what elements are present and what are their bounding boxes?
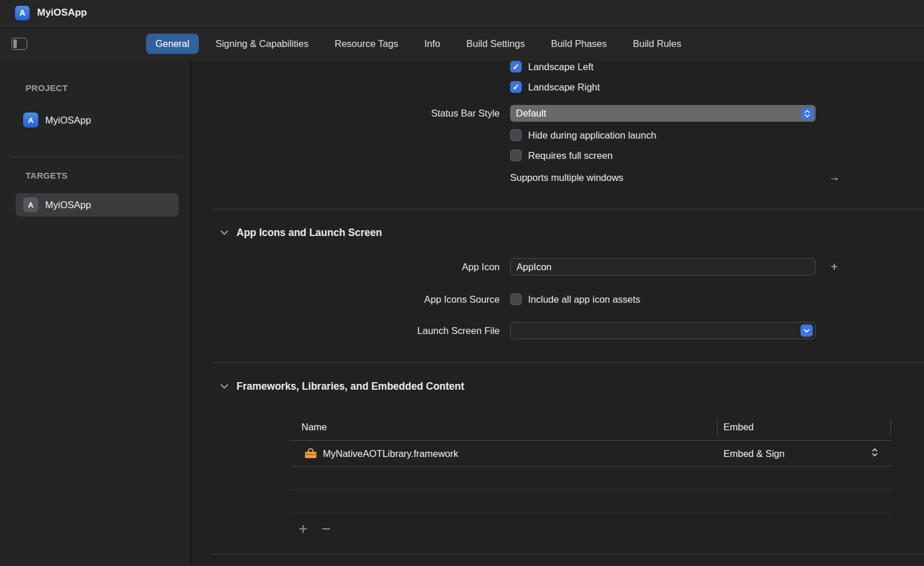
toolbox-icon [304,448,317,459]
app-icon: A [15,6,30,20]
section-divider [212,209,924,209]
add-framework-button[interactable]: + [299,521,308,537]
framework-row[interactable]: MyNativeAOTLibrary.framework Embed & Sig… [290,441,891,467]
embed-dropdown-chevrons-icon[interactable] [871,447,878,460]
sidebar-toggle-icon[interactable] [12,38,27,50]
section-divider [212,362,924,363]
include-all-app-icon-assets-label: Include all app icon assets [528,294,641,305]
column-divider [890,419,891,436]
arrow-right-icon[interactable]: → [829,169,840,186]
framework-name: MyNativeAOTLibrary.framework [323,448,459,459]
remove-framework-button[interactable]: − [322,521,331,537]
frameworks-table-header: Name Embed [290,414,891,441]
requires-full-screen-label: Requires full screen [528,150,613,161]
section-divider [212,554,924,554]
chevron-down-icon[interactable] [220,230,228,235]
frameworks-section-title: Frameworks, Libraries, and Embedded Cont… [237,380,464,393]
app-icon-field[interactable]: AppIcon [510,258,816,275]
check-icon: ✓ [512,295,519,304]
project-app-icon: A [23,113,38,128]
xcode-window: A MyiOSApp General Signing & Capabilitie… [0,0,924,566]
check-icon: ✓ [512,62,519,71]
app-icon-label: App Icon [191,258,500,275]
target-app-icon: A [23,197,38,212]
status-bar-style-label: Status Bar Style [191,105,500,122]
general-settings-pane: ✓ Landscape Left ✓ Landscape Right Statu… [191,61,924,566]
stepper-icon [801,107,813,119]
column-header-embed: Embed [723,422,754,433]
landscape-left-checkbox[interactable]: ✓ [510,61,522,72]
sidebar-target-label: MyiOSApp [45,199,91,211]
sidebar-divider [13,157,180,157]
tab-resource-tags[interactable]: Resource Tags [325,34,408,54]
supports-multiple-windows-label: Supports multiple windows [510,169,623,186]
column-divider [717,419,718,436]
window-title: MyiOSApp [37,7,87,19]
launch-screen-file-label: Launch Screen File [191,322,500,339]
include-all-app-icon-assets-checkbox[interactable]: ✓ [510,293,522,305]
add-app-icon-button[interactable]: + [831,258,838,275]
landscape-left-label: Landscape Left [528,61,594,72]
app-icon-glyph: A [19,8,25,17]
sidebar-item-project[interactable]: A MyiOSApp [16,108,179,132]
target-app-icon-glyph: A [28,201,33,209]
hide-during-launch-checkbox[interactable]: ✓ [510,129,522,141]
app-icon-value: AppIcon [516,262,552,273]
check-icon: ✓ [512,82,519,92]
check-icon: ✓ [512,130,519,140]
embed-setting-value: Embed & Sign [723,448,784,459]
frameworks-table: Name Embed MyNativeAOTLibrary.framework [290,414,891,513]
column-header-name: Name [290,422,327,433]
window-body: PROJECT A MyiOSApp TARGETS A MyiOSApp ✓ … [0,61,924,566]
tab-build-settings[interactable]: Build Settings [457,34,534,54]
editor-tabs: General Signing & Capabilities Resource … [146,34,690,54]
sidebar-item-target[interactable]: A MyiOSApp [16,193,179,216]
tab-build-phases[interactable]: Build Phases [541,34,616,54]
project-sidebar: PROJECT A MyiOSApp TARGETS A MyiOSApp [0,61,191,566]
targets-section-header: TARGETS [26,170,68,180]
landscape-right-label: Landscape Right [528,82,600,93]
tab-build-rules[interactable]: Build Rules [624,34,690,54]
frameworks-table-actions: + − [299,521,331,537]
empty-table-row [290,467,891,490]
tab-info[interactable]: Info [415,34,450,54]
landscape-right-checkbox[interactable]: ✓ [510,81,522,93]
empty-table-row [290,490,891,513]
project-app-icon-glyph: A [28,116,33,125]
sidebar-project-label: MyiOSApp [45,115,91,126]
titlebar: A MyiOSApp [0,0,924,26]
dropdown-chevron-icon[interactable] [801,325,813,337]
hide-during-launch-label: Hide during application launch [528,130,656,141]
app-icons-section-title: App Icons and Launch Screen [237,227,382,239]
app-icons-source-label: App Icons Source [191,291,500,308]
chevron-down-icon[interactable] [220,384,228,389]
tab-general[interactable]: General [146,34,199,54]
launch-screen-file-field[interactable] [510,322,816,339]
check-icon: ✓ [512,151,519,160]
requires-full-screen-checkbox[interactable]: ✓ [510,150,522,161]
status-bar-style-select[interactable]: Default [510,105,816,122]
status-bar-style-value: Default [516,108,546,119]
tab-signing-capabilities[interactable]: Signing & Capabilities [206,34,318,54]
project-section-header: PROJECT [26,83,68,93]
tab-bar: General Signing & Capabilities Resource … [0,27,924,61]
